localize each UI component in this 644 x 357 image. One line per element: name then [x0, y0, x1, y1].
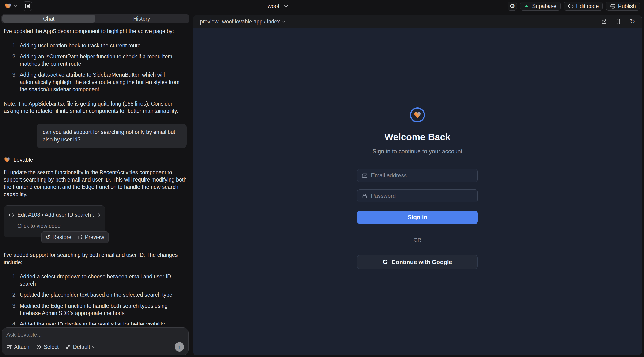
- edit-code-button[interactable]: Edit code: [564, 2, 603, 10]
- chat-history-tabs: Chat History: [2, 14, 189, 24]
- refresh-button[interactable]: ↻: [630, 18, 635, 25]
- select-label: Select: [44, 344, 59, 350]
- envelope-icon: [362, 173, 368, 178]
- assistant-list: Added a select dropdown to choose betwee…: [4, 273, 187, 325]
- email-field[interactable]: [357, 169, 478, 182]
- image-plus-icon: [6, 344, 12, 350]
- arrow-up-icon: ↑: [178, 344, 181, 350]
- mode-label: Default: [73, 344, 90, 350]
- code-icon: [568, 4, 574, 9]
- restore-icon: ↺: [46, 234, 50, 240]
- assistant-list: Adding useLocation hook to track the cur…: [4, 42, 187, 93]
- settings-button[interactable]: ⚙: [508, 2, 517, 10]
- message-menu-icon[interactable]: ···: [180, 156, 187, 163]
- divider-line: [357, 240, 409, 240]
- chevron-down-icon: [284, 5, 288, 8]
- assistant-message-intro: I've updated the AppSidebar component to…: [4, 28, 187, 35]
- attach-label: Attach: [14, 344, 29, 350]
- mobile-view-button[interactable]: [616, 18, 621, 25]
- password-input[interactable]: [371, 192, 473, 199]
- composer-toolbar: Attach Select Default: [6, 342, 184, 352]
- gear-icon: ⚙: [510, 2, 515, 10]
- page-subtitle: Sign in to continue to your account: [372, 148, 462, 155]
- assistant-name: Lovable: [13, 156, 33, 163]
- restore-button[interactable]: ↺ Restore: [46, 234, 72, 241]
- lovable-menu[interactable]: [4, 2, 17, 10]
- toggle-sidebar-button[interactable]: [22, 2, 32, 11]
- publish-label: Publish: [618, 3, 636, 10]
- chevron-down-icon: [14, 5, 17, 7]
- preview-header: preview--woof.lovable.app / index ↻: [193, 15, 642, 28]
- page-title: Welcome Back: [384, 132, 450, 142]
- list-item: Added the user ID display in the results…: [18, 321, 187, 325]
- divider-line: [426, 240, 478, 240]
- edit-card-title: Edit #108 • Add user ID search supp...: [17, 211, 94, 218]
- app-logo: [410, 108, 425, 122]
- project-name: woof: [268, 3, 280, 10]
- assistant-message-body: I've added support for searching by both…: [4, 252, 187, 266]
- refresh-icon: ↻: [630, 18, 635, 25]
- preview-app: Welcome Back Sign in to continue to your…: [193, 28, 642, 355]
- password-field[interactable]: [357, 189, 478, 202]
- preview-panel: preview--woof.lovable.app / index ↻: [193, 15, 642, 355]
- select-element-button[interactable]: Select: [36, 344, 59, 350]
- send-button[interactable]: ↑: [175, 342, 184, 352]
- attach-button[interactable]: Attach: [6, 344, 29, 350]
- chevron-right-icon: [97, 213, 100, 218]
- or-divider: OR: [357, 237, 478, 243]
- supabase-bolt-icon: [524, 3, 530, 9]
- project-switcher[interactable]: woof: [268, 3, 288, 10]
- panel-left-icon: [24, 3, 30, 9]
- composer: Attach Select Default: [2, 328, 188, 355]
- code-icon: [9, 213, 14, 218]
- assistant-note: Note: The AppSidebar.tsx file is getting…: [4, 100, 187, 115]
- restore-label: Restore: [52, 234, 72, 241]
- chevron-down-icon: [92, 346, 96, 348]
- google-icon: G: [383, 258, 388, 266]
- chevron-down-icon: [282, 21, 285, 23]
- preview-url: preview--woof.lovable.app / index: [200, 18, 280, 25]
- lovable-heart-icon: [4, 2, 12, 10]
- sign-in-button[interactable]: Sign in: [357, 211, 478, 224]
- topbar-actions: ⚙ Supabase Edit code Publish: [508, 2, 640, 10]
- sliders-icon: [65, 344, 71, 350]
- email-input[interactable]: [371, 172, 473, 179]
- edit-card-subtitle: Click to view code: [17, 222, 100, 230]
- preview-header-actions: ↻: [601, 18, 635, 25]
- open-in-new-tab-button[interactable]: [601, 19, 607, 25]
- tab-chat[interactable]: Chat: [2, 15, 95, 22]
- target-icon: [36, 344, 42, 350]
- preview-label: Preview: [85, 234, 104, 241]
- main-layout: Chat History I've updated the AppSidebar…: [0, 12, 644, 357]
- tab-history[interactable]: History: [95, 15, 188, 22]
- list-item: Modified the Edge Function to handle bot…: [18, 302, 187, 317]
- preview-button[interactable]: Preview: [78, 234, 104, 241]
- heart-icon: [413, 111, 422, 119]
- list-item: Adding data-active attribute to SidebarM…: [18, 71, 187, 93]
- list-item: Updated the placeholder text based on th…: [18, 291, 187, 298]
- edit-card-header[interactable]: Edit #108 • Add user ID search supp...: [9, 211, 100, 218]
- google-label: Continue with Google: [392, 259, 452, 266]
- assistant-message-intro: I'll update the search functionality in …: [4, 169, 187, 198]
- publish-button[interactable]: Publish: [606, 2, 640, 10]
- topbar: woof ⚙ Supabase Edit code Publish: [0, 0, 644, 12]
- supabase-label: Supabase: [532, 3, 556, 10]
- supabase-button[interactable]: Supabase: [520, 2, 560, 10]
- lock-icon: [362, 193, 368, 199]
- chat-panel: Chat History I've updated the AppSidebar…: [0, 12, 190, 357]
- lovable-heart-icon: [4, 157, 10, 163]
- google-sign-in-button[interactable]: G Continue with Google: [357, 255, 478, 269]
- mode-selector[interactable]: Default: [65, 344, 96, 350]
- list-item: Adding useLocation hook to track the cur…: [18, 42, 187, 49]
- user-message-bubble: can you add support for searching not on…: [36, 124, 187, 148]
- edit-card[interactable]: Edit #108 • Add user ID search supp... C…: [4, 206, 105, 237]
- preview-url-selector[interactable]: preview--woof.lovable.app / index: [200, 18, 285, 25]
- edit-code-label: Edit code: [576, 3, 599, 10]
- list-item: Added a select dropdown to choose betwee…: [18, 273, 187, 288]
- divider-label: OR: [414, 237, 422, 243]
- globe-icon: [610, 3, 616, 9]
- edit-card-actions: ↺ Restore Preview: [41, 231, 108, 243]
- chat-scroll-area[interactable]: I've updated the AppSidebar component to…: [0, 24, 190, 325]
- assistant-header: Lovable ···: [4, 156, 187, 163]
- composer-input[interactable]: [6, 332, 184, 340]
